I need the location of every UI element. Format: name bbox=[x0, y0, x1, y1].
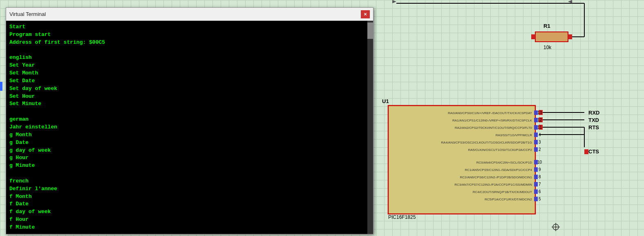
svg-text:RC1/AN5/CPS5/C12IN1-/SDA/SDI/P: RC1/AN5/CPS5/C12IN1-/SDA/SDI/P1C/CCP4 bbox=[465, 168, 532, 172]
svg-text:RA1/AN1/CPS1/C12IN0-/VREF+/SRI: RA1/AN1/CPS1/C12IN0-/VREF+/SRI/RX/DT/ICS… bbox=[452, 119, 532, 122]
svg-rect-38 bbox=[534, 147, 538, 152]
svg-rect-43 bbox=[534, 189, 538, 194]
svg-text:6: 6 bbox=[539, 189, 541, 194]
r1-value: 10k bbox=[543, 45, 552, 50]
svg-text:RA4/AN3/CPS3/OSC2/CLKOUT/T1OSO: RA4/AN3/CPS3/OSC2/CLKOUT/T1OSO/CLKR/SDO/… bbox=[441, 141, 532, 144]
svg-rect-35 bbox=[534, 125, 538, 130]
svg-rect-44 bbox=[534, 197, 538, 201]
svg-text:11: 11 bbox=[537, 125, 542, 130]
terminal-titlebar: Virtual Terminal × bbox=[6, 8, 373, 21]
svg-text:RA0/AN0/CPS0/C1IN+/VREF-/DACOU: RA0/AN0/CPS0/C1IN+/VREF-/DACOUT/TX/CK/IC… bbox=[448, 111, 532, 115]
svg-text:12: 12 bbox=[537, 118, 542, 122]
terminal-scrollbar[interactable] bbox=[367, 21, 373, 234]
terminal-output: Start Program start Address of first str… bbox=[9, 23, 370, 232]
svg-rect-33 bbox=[534, 110, 538, 115]
svg-text:7: 7 bbox=[539, 182, 541, 187]
svg-text:RA3/SS/T1G/VPP/MCLR: RA3/SS/T1G/VPP/MCLR bbox=[496, 133, 532, 137]
svg-rect-4 bbox=[535, 32, 568, 42]
svg-text:RA5/CLKIN/OSC1/T1OSI/T1CKI/P2A: RA5/CLKIN/OSC1/T1OSI/T1CKI/P2A/CCP2 bbox=[468, 148, 532, 152]
svg-text:10: 10 bbox=[537, 160, 542, 164]
svg-rect-6 bbox=[568, 34, 572, 39]
terminal-window: Virtual Terminal × Start Program start A… bbox=[6, 7, 373, 234]
svg-rect-19 bbox=[584, 149, 588, 154]
terminal-body: Start Program start Address of first str… bbox=[6, 21, 373, 234]
r1-label: R1 bbox=[543, 23, 550, 29]
crosshair bbox=[552, 223, 560, 231]
svg-text:5: 5 bbox=[539, 197, 541, 201]
svg-text:RA2/AN2/CPS2/T0CKI/INT/C1OUT/S: RA2/AN2/CPS2/T0CKI/INT/C1OUT/SRQ/CCP3/FL… bbox=[455, 126, 532, 130]
svg-text:RC0/AN4/CPS4/C2IN+/SCL/SCK/P1D: RC0/AN4/CPS4/C2IN+/SCL/SCK/P1D bbox=[476, 161, 532, 164]
svg-rect-34 bbox=[534, 118, 538, 122]
svg-text:9: 9 bbox=[539, 167, 541, 172]
svg-text:RC5/P1A/CCP1/RX/DT/MDCIN2: RC5/P1A/CCP1/RX/DT/MDCIN2 bbox=[485, 198, 532, 201]
svg-text:TXD: TXD bbox=[588, 117, 599, 123]
svg-text:3: 3 bbox=[539, 140, 541, 144]
svg-rect-40 bbox=[534, 167, 538, 172]
svg-rect-39 bbox=[534, 160, 538, 164]
svg-rect-5 bbox=[531, 34, 535, 39]
terminal-close-button[interactable]: × bbox=[361, 10, 370, 18]
svg-text:2: 2 bbox=[539, 147, 541, 152]
svg-text:RC3/AN7/CPS7/C12IN3-/P2A/CCP2/: RC3/AN7/CPS7/C12IN3-/P2A/CCP2/P1C/SS/MDM… bbox=[454, 183, 532, 187]
svg-marker-60 bbox=[568, 0, 572, 3]
terminal-title: Virtual Terminal bbox=[9, 11, 46, 17]
terminal-scrollbar-thumb[interactable] bbox=[367, 22, 373, 39]
svg-rect-42 bbox=[534, 182, 538, 187]
svg-rect-41 bbox=[534, 175, 538, 179]
svg-text:13: 13 bbox=[537, 110, 542, 115]
svg-text:CTS: CTS bbox=[588, 148, 599, 155]
svg-marker-61 bbox=[392, 0, 396, 3]
u1-label: U1 bbox=[382, 98, 389, 104]
svg-text:RTS: RTS bbox=[588, 124, 599, 130]
schematic-svg: R1 10k RXD TXD RTS CTS U1 13 12 11 4 bbox=[380, 0, 644, 236]
svg-text:RC4/C2OUT/SRNQ/P1B/TX/CK/MDOUT: RC4/C2OUT/SRNQ/P1B/TX/CK/MDOUT bbox=[473, 190, 532, 194]
ic-name: PIC16F1825 bbox=[388, 214, 416, 220]
svg-text:8: 8 bbox=[539, 175, 541, 179]
svg-text:4: 4 bbox=[539, 133, 541, 137]
svg-text:RXD: RXD bbox=[588, 110, 599, 116]
svg-rect-36 bbox=[534, 133, 538, 137]
active-line-indicator bbox=[0, 82, 2, 91]
svg-rect-37 bbox=[534, 140, 538, 144]
svg-text:RC2/AN6/CPS6/C12IN2-/P1D/P2B/S: RC2/AN6/CPS6/C12IN2-/P1D/P2B/SDO/MDCIN1 bbox=[460, 175, 532, 179]
schematic-area: R1 10k RXD TXD RTS CTS U1 13 12 11 4 bbox=[380, 0, 644, 236]
